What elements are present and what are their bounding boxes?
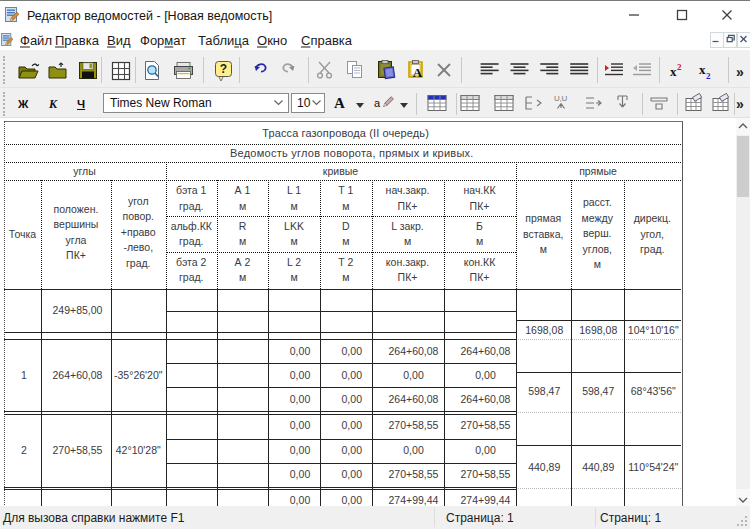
- svg-text:»: »: [736, 96, 744, 112]
- svg-text:x: x: [670, 64, 677, 79]
- svg-text:2: 2: [706, 71, 711, 81]
- svg-text:»: »: [736, 64, 744, 80]
- svg-text:A: A: [413, 65, 423, 80]
- svg-text:x: x: [699, 62, 706, 77]
- svg-text:U‚U: U‚U: [554, 94, 568, 103]
- svg-text:2: 2: [677, 62, 682, 72]
- svg-text:?: ?: [220, 62, 227, 76]
